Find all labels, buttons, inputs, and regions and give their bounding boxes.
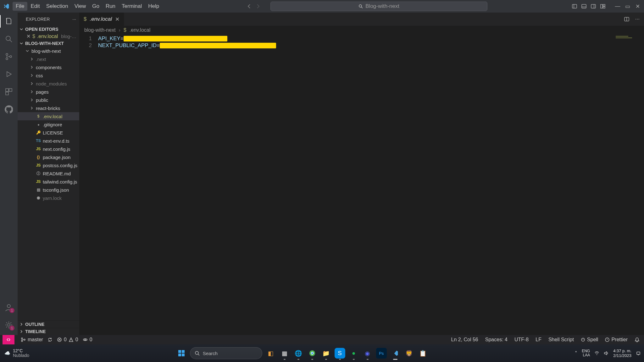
spell-check[interactable]: Spell — [581, 337, 598, 343]
toggle-primary-sidebar-icon[interactable] — [572, 3, 577, 9]
menu-go[interactable]: Go — [89, 2, 103, 11]
menu-help[interactable]: Help — [145, 2, 162, 11]
editor-tab[interactable]: $ .env.local ✕ — [79, 13, 124, 26]
timeline-section[interactable]: TIMELINE — [18, 328, 79, 335]
nav-back-icon[interactable] — [247, 3, 252, 9]
taskbar-weather[interactable]: ☁️ 12°C Nublado — [0, 348, 29, 358]
window-maximize-icon[interactable]: ▭ — [623, 3, 632, 10]
tree-file[interactable]: ▤tsconfig.json — [18, 186, 79, 194]
taskbar-skype-icon[interactable]: S — [335, 348, 345, 359]
tray-expand-icon[interactable]: ˄ — [575, 350, 577, 356]
menu-file[interactable]: File — [13, 2, 27, 11]
encoding[interactable]: UTF-8 — [514, 337, 529, 343]
tree-file[interactable]: JSpostcss.config.js — [18, 161, 79, 169]
prettier[interactable]: Prettier — [605, 337, 628, 343]
project-section[interactable]: BLOG-WITH-NEXT — [18, 40, 79, 47]
menu-selection[interactable]: Selection — [43, 2, 71, 11]
activity-accounts-icon[interactable]: 1 — [4, 302, 14, 312]
editor-more-icon[interactable]: ··· — [635, 16, 640, 22]
code-editor[interactable]: 12 API_KEY=NEXT_PUBLIC_APP_ID= — [79, 35, 644, 335]
cursor-position[interactable]: Ln 2, Col 56 — [451, 337, 478, 343]
split-editor-icon[interactable] — [624, 16, 630, 22]
tree-file[interactable]: 🔑LICENSE — [18, 129, 79, 137]
tree-file[interactable]: JSnext.config.js — [18, 145, 79, 153]
svg-rect-27 — [182, 354, 185, 356]
tree-file[interactable]: ⬣yarn.lock — [18, 194, 79, 202]
tree-folder[interactable]: css — [18, 71, 79, 80]
taskbar-app-icon[interactable]: 🦁 — [404, 348, 414, 359]
window-close-icon[interactable]: ✕ — [633, 3, 642, 10]
taskbar-chrome-icon[interactable] — [307, 348, 318, 359]
activity-explorer-icon[interactable] — [4, 16, 14, 26]
start-button-icon[interactable] — [176, 348, 187, 359]
sync-icon[interactable] — [47, 337, 53, 342]
tree-folder[interactable]: .next — [18, 55, 79, 63]
command-center-search[interactable]: Blog-with-next — [270, 2, 487, 11]
tray-volume-icon[interactable] — [604, 351, 609, 356]
taskbar-explorer-icon[interactable]: 📁 — [321, 348, 331, 359]
remote-indicator-icon[interactable] — [3, 335, 14, 344]
activity-settings-icon[interactable]: 1 — [4, 320, 14, 330]
taskbar-widgets-icon[interactable]: ▦ — [279, 348, 290, 359]
tree-folder[interactable]: public — [18, 96, 79, 104]
menu-edit[interactable]: Edit — [27, 2, 43, 11]
toggle-secondary-sidebar-icon[interactable] — [591, 3, 596, 9]
tray-notifications-icon[interactable] — [636, 351, 641, 356]
tray-language[interactable]: ENG LAA — [582, 349, 590, 357]
outline-section[interactable]: OUTLINE — [18, 321, 79, 328]
activity-github-icon[interactable] — [4, 104, 14, 114]
tree-folder[interactable]: react-bricks — [18, 104, 79, 112]
open-editor-filename: .env.local — [37, 34, 58, 39]
taskbar-edge-icon[interactable]: 🌐 — [293, 348, 304, 359]
close-tab-icon[interactable]: ✕ — [115, 16, 119, 23]
taskbar-app-icon[interactable]: 📋 — [418, 348, 428, 359]
language-mode[interactable]: Shell Script — [548, 337, 574, 343]
eol[interactable]: LF — [536, 337, 541, 343]
taskbar-discord-icon[interactable]: ◉ — [362, 348, 373, 359]
activity-run-debug-icon[interactable] — [4, 69, 14, 79]
menu-run[interactable]: Run — [103, 2, 119, 11]
tree-file[interactable]: JStailwind.config.js — [18, 178, 79, 186]
tray-clock[interactable]: 4:37 p. m. 2/11/2023 — [613, 348, 631, 358]
open-editor-item[interactable]: ✕ $ .env.local blog-wi... — [18, 33, 79, 40]
tree-file[interactable]: ⬥.gitignore — [18, 120, 79, 129]
ports[interactable]: 0 — [83, 337, 92, 343]
taskbar-search[interactable]: Search — [190, 347, 262, 359]
dollar-icon: $ — [32, 34, 35, 39]
notifications-icon[interactable] — [635, 337, 640, 342]
taskbar-photoshop-icon[interactable]: Ps — [376, 348, 387, 359]
tree-file[interactable]: $.env.local — [18, 112, 79, 120]
close-editor-icon[interactable]: ✕ — [26, 33, 31, 39]
tree-file[interactable]: ⓘREADME.md — [18, 169, 79, 178]
customize-layout-icon[interactable] — [600, 3, 606, 9]
dollar-icon: $ — [84, 16, 86, 22]
tree-file[interactable]: TSnext-env.d.ts — [18, 137, 79, 145]
open-editors-section[interactable]: OPEN EDITORS — [18, 26, 79, 33]
taskbar-app-icon[interactable]: ◧ — [265, 348, 276, 359]
indentation[interactable]: Spaces: 4 — [485, 337, 508, 343]
problems[interactable]: 0 0 — [57, 337, 78, 343]
tree-file[interactable]: {}package.json — [18, 153, 79, 161]
minimap[interactable] — [613, 35, 644, 335]
window-minimize-icon[interactable]: — — [613, 3, 622, 9]
menu-terminal[interactable]: Terminal — [119, 2, 145, 11]
nav-forward-icon[interactable] — [255, 3, 261, 9]
svg-point-14 — [7, 304, 10, 308]
tree-folder[interactable]: components — [18, 63, 79, 71]
taskbar-spotify-icon[interactable]: ● — [348, 348, 359, 359]
breadcrumb[interactable]: blog-with-next › $ .env.local — [79, 26, 644, 35]
git-branch[interactable]: master — [21, 337, 43, 343]
activity-search-icon[interactable] — [4, 34, 14, 44]
tree-folder-root[interactable]: blog-with-next — [18, 47, 79, 55]
menu-view[interactable]: View — [71, 2, 89, 11]
activity-source-control-icon[interactable] — [4, 52, 14, 62]
tree-folder[interactable]: node_modules — [18, 80, 79, 88]
activity-extensions-icon[interactable] — [4, 87, 14, 97]
breadcrumb-folder[interactable]: blog-with-next — [84, 27, 116, 33]
toggle-panel-icon[interactable] — [581, 3, 587, 9]
taskbar-vscode-icon[interactable] — [390, 348, 401, 359]
tree-folder[interactable]: pages — [18, 88, 79, 96]
tray-wifi-icon[interactable] — [594, 351, 599, 356]
sidebar-more-icon[interactable]: ··· — [72, 17, 76, 22]
breadcrumb-file[interactable]: .env.local — [130, 27, 150, 33]
